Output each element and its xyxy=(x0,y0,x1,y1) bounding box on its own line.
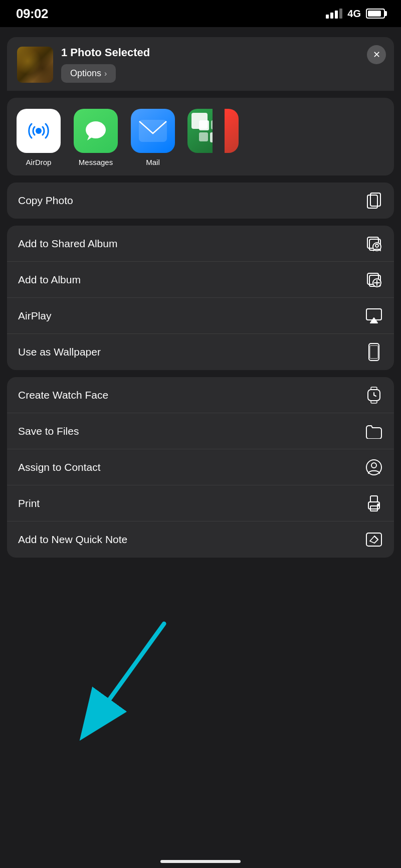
app-item-messages[interactable]: Messages xyxy=(73,109,118,166)
photo-thumbnail xyxy=(17,47,53,83)
options-button[interactable]: Options › xyxy=(61,64,116,83)
close-icon: ✕ xyxy=(373,49,380,60)
svg-rect-7 xyxy=(210,132,213,142)
add-album-icon xyxy=(365,271,383,289)
svg-rect-4 xyxy=(199,120,209,130)
quick-note-label: Add to New Quick Note xyxy=(18,534,127,546)
action-quick-note[interactable]: Add to New Quick Note xyxy=(7,522,394,558)
app-item-mail[interactable]: Mail xyxy=(130,109,175,166)
action-copy-photo[interactable]: Copy Photo xyxy=(7,183,394,219)
watch-face-label: Create Watch Face xyxy=(18,389,108,401)
mail-label: Mail xyxy=(146,158,160,166)
airplay-icon xyxy=(365,307,383,325)
add-album-label: Add to Album xyxy=(18,274,81,286)
print-label: Print xyxy=(18,497,40,509)
header-info: 1 Photo Selected Options › xyxy=(61,46,384,83)
home-indicator xyxy=(160,860,241,863)
save-files-label: Save to Files xyxy=(18,425,79,437)
app-row-container: AirDrop Messages xyxy=(7,98,394,176)
airplay-label: AirPlay xyxy=(18,310,52,322)
fourth-app-icon xyxy=(187,109,213,153)
wallpaper-label: Use as Wallpaper xyxy=(18,346,101,358)
action-group-1: Copy Photo xyxy=(7,183,394,219)
options-chevron-icon: › xyxy=(104,69,107,78)
svg-rect-5 xyxy=(211,120,213,129)
share-header: 1 Photo Selected Options › ✕ xyxy=(7,37,394,91)
action-wallpaper[interactable]: Use as Wallpaper xyxy=(7,334,394,370)
svg-rect-24 xyxy=(371,387,377,390)
action-groups: Copy Photo Add to Shared Album xyxy=(0,183,401,868)
svg-rect-22 xyxy=(370,345,378,359)
action-assign-contact[interactable]: Assign to Contact xyxy=(7,449,394,485)
airdrop-icon xyxy=(17,109,61,153)
quick-note-icon xyxy=(365,531,383,549)
print-icon xyxy=(365,494,383,512)
app-row: AirDrop Messages xyxy=(16,109,385,166)
svg-rect-6 xyxy=(199,132,208,141)
action-airplay[interactable]: AirPlay xyxy=(7,298,394,334)
action-group-3: Create Watch Face Save to Files xyxy=(7,377,394,558)
share-sheet: 1 Photo Selected Options › ✕ xyxy=(0,27,401,868)
app-item-airdrop[interactable]: AirDrop xyxy=(16,109,61,166)
signal-bars-icon xyxy=(326,9,342,19)
svg-rect-31 xyxy=(370,496,377,502)
app-item-fifth[interactable] xyxy=(225,109,239,166)
mail-icon xyxy=(131,109,175,153)
status-right: 4G xyxy=(326,8,385,20)
svg-rect-3 xyxy=(139,120,166,141)
battery-icon xyxy=(366,9,385,19)
app-item-fourth[interactable] xyxy=(187,109,213,166)
copy-photo-label: Copy Photo xyxy=(18,195,73,207)
svg-point-29 xyxy=(371,463,376,468)
save-files-icon xyxy=(365,422,383,440)
svg-point-33 xyxy=(377,504,379,506)
svg-rect-34 xyxy=(366,533,381,546)
add-shared-album-label: Add to Shared Album xyxy=(18,238,117,250)
fifth-app-icon xyxy=(225,109,239,153)
messages-label: Messages xyxy=(79,158,113,166)
wallpaper-icon xyxy=(365,343,383,361)
assign-contact-label: Assign to Contact xyxy=(18,461,101,473)
svg-line-27 xyxy=(374,395,376,396)
fourth-icon-inner xyxy=(187,109,213,153)
svg-rect-25 xyxy=(371,401,377,403)
action-add-shared-album[interactable]: Add to Shared Album xyxy=(7,226,394,262)
assign-contact-icon xyxy=(365,458,383,476)
separator xyxy=(7,91,394,98)
network-label: 4G xyxy=(347,8,361,20)
svg-point-0 xyxy=(36,128,42,134)
share-title: 1 Photo Selected xyxy=(61,46,384,59)
status-time: 09:02 xyxy=(16,6,48,22)
add-shared-album-icon xyxy=(365,235,383,253)
close-button[interactable]: ✕ xyxy=(367,45,386,64)
battery-fill xyxy=(368,11,381,17)
action-save-files[interactable]: Save to Files xyxy=(7,413,394,449)
action-watch-face[interactable]: Create Watch Face xyxy=(7,377,394,413)
status-bar: 09:02 4G xyxy=(0,0,401,27)
watch-face-icon xyxy=(365,386,383,404)
action-print[interactable]: Print xyxy=(7,485,394,522)
options-label: Options xyxy=(70,68,101,79)
airdrop-label: AirDrop xyxy=(26,158,52,166)
messages-icon xyxy=(74,109,118,153)
action-group-2: Add to Shared Album Add to Album xyxy=(7,226,394,370)
svg-point-1 xyxy=(86,121,106,138)
action-add-album[interactable]: Add to Album xyxy=(7,262,394,298)
copy-photo-icon xyxy=(365,192,383,210)
